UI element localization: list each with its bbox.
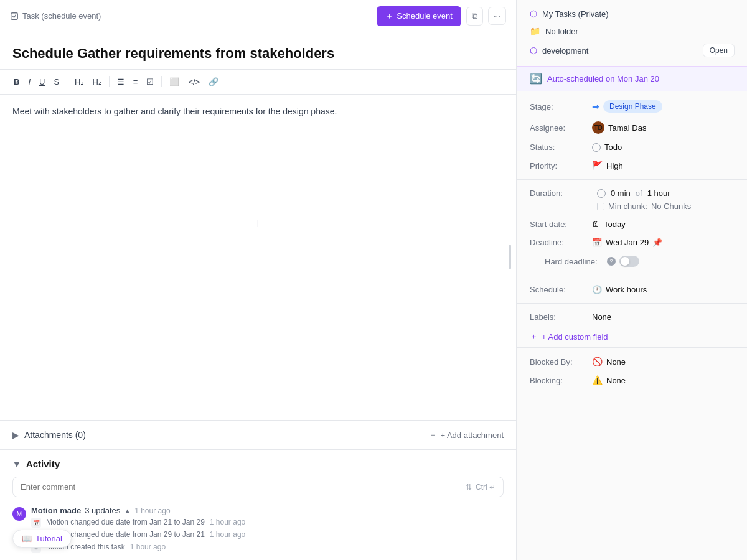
- plus-icon: ＋: [385, 11, 393, 22]
- bullet-list-button[interactable]: ☰: [113, 75, 128, 89]
- status-label: Status:: [530, 142, 592, 152]
- task-label-text: Task (schedule event): [22, 11, 101, 21]
- priority-row: Priority: 🚩 High: [517, 156, 747, 179]
- h2-button[interactable]: H₂: [88, 75, 105, 89]
- stage-badge[interactable]: Design Phase: [603, 100, 662, 113]
- open-button[interactable]: Open: [703, 44, 735, 57]
- comment-ctrl: Ctrl ↵: [476, 483, 496, 492]
- toolbar-separator-1: [67, 76, 67, 87]
- strikethrough-button[interactable]: S: [50, 75, 63, 89]
- blocked-icon: 🚫: [592, 357, 603, 366]
- add-attachment-button[interactable]: ＋ + Add attachment: [429, 429, 504, 441]
- calendar-icon: 📅: [31, 518, 41, 528]
- toolbar-separator-2: [109, 76, 110, 87]
- auto-icon: 🔄: [530, 73, 542, 85]
- schedule-text[interactable]: Work hours: [606, 285, 647, 294]
- assignee-label: Assignee:: [530, 123, 592, 133]
- hard-deadline-value: ?: [607, 256, 735, 267]
- pin-icon: 📌: [652, 238, 662, 247]
- book-icon: 📖: [22, 534, 32, 543]
- my-tasks-row[interactable]: ⬡ My Tasks (Private): [517, 0, 747, 22]
- schedule-event-button[interactable]: ＋ Schedule event: [377, 6, 461, 26]
- min-chunk-value[interactable]: No Chunks: [651, 202, 691, 211]
- link-button[interactable]: 🔗: [205, 75, 222, 89]
- title-area: Schedule Gather requirements from stakeh…: [0, 32, 516, 69]
- schedule-value: 🕐 Work hours: [592, 285, 735, 294]
- activity-header[interactable]: ▼ Activity: [12, 459, 504, 469]
- h1-button[interactable]: H₁: [71, 75, 87, 89]
- duration-of: of: [636, 189, 642, 198]
- status-value: Todo: [592, 142, 735, 152]
- add-custom-field-button[interactable]: ＋ + Add custom field: [517, 326, 747, 347]
- deadline-value: 📅 Wed Jan 29 📌: [592, 238, 735, 247]
- comment-box[interactable]: ⇅ Ctrl ↵: [12, 477, 504, 497]
- priority-value: 🚩 High: [592, 161, 735, 170]
- hard-deadline-toggle[interactable]: [619, 256, 639, 267]
- activity-log: M Motion made 3 updates ▲ 1 hour ago 📅 M…: [12, 506, 504, 560]
- duration-current[interactable]: 0 min: [611, 189, 631, 198]
- start-date-text[interactable]: Today: [604, 220, 626, 229]
- auto-scheduled-banner: 🔄 Auto-scheduled on Mon Jan 20: [517, 66, 747, 91]
- development-row[interactable]: ⬡ development Open: [517, 40, 747, 66]
- labels-text[interactable]: None: [592, 312, 611, 322]
- task-label: Task (schedule event): [10, 11, 101, 21]
- add-custom-label: + Add custom field: [542, 332, 608, 342]
- assignee-name[interactable]: Tamal Das: [608, 123, 646, 133]
- deadline-text[interactable]: Wed Jan 29: [606, 238, 649, 247]
- toolbar-separator-3: [161, 76, 162, 87]
- bold-button[interactable]: B: [10, 75, 23, 89]
- duration-total: 1 hour: [647, 189, 670, 198]
- dev-icon: ⬡: [530, 45, 537, 55]
- blocked-by-value: 🚫 None: [592, 357, 735, 366]
- tutorial-badge[interactable]: 📖 Tutorial: [12, 530, 72, 548]
- scroll-indicator[interactable]: [509, 245, 511, 269]
- more-button[interactable]: ···: [488, 7, 506, 25]
- priority-text[interactable]: High: [606, 161, 623, 170]
- start-date-value: 🗓 Today: [592, 220, 735, 229]
- numbered-list-button[interactable]: ≡: [129, 75, 142, 89]
- blocked-by-text[interactable]: None: [606, 357, 626, 366]
- attachments-left: ▶ Attachments (0): [12, 430, 86, 440]
- no-folder-row[interactable]: 📁 No folder: [517, 22, 747, 40]
- min-chunk-row: Min chunk: No Chunks: [597, 202, 735, 211]
- top-bar: Task (schedule event) ＋ Schedule event ⧉…: [0, 0, 516, 32]
- blocked-by-label: Blocked By:: [530, 357, 592, 366]
- schedule-row: Schedule: 🕐 Work hours: [517, 276, 747, 303]
- checklist-button[interactable]: ☑: [143, 75, 157, 89]
- blocking-text[interactable]: None: [606, 376, 626, 385]
- flag-icon: 🚩: [592, 161, 603, 170]
- task-title[interactable]: Schedule Gather requirements from stakeh…: [12, 45, 504, 63]
- sub-item-1: 📅 Motion changed due date from Jan 21 to…: [31, 518, 504, 528]
- stage-value: ➡ Design Phase: [592, 100, 735, 113]
- hard-deadline-row: Hard deadline: ?: [517, 251, 747, 276]
- attachments-section: ▶ Attachments (0) ＋ + Add attachment: [0, 420, 516, 449]
- blocked-by-row: Blocked By: 🚫 None: [517, 348, 747, 371]
- labels-row: Labels: None: [517, 304, 747, 326]
- activity-sub: 📅 Motion changed due date from Jan 21 to…: [31, 518, 504, 553]
- start-date-label: Start date:: [530, 220, 592, 229]
- activity-line: Motion made 3 updates ▲ 1 hour ago: [31, 506, 504, 515]
- content-area[interactable]: Meet with stakeholders to gather and cla…: [0, 95, 516, 420]
- labels-label: Labels:: [530, 312, 592, 322]
- expand-icon[interactable]: ▶: [12, 430, 19, 440]
- stage-arrow-icon: ➡: [592, 101, 599, 111]
- actor-name: Motion made: [31, 506, 81, 515]
- duration-main: Duration: 0 min of 1 hour: [530, 189, 735, 198]
- svg-rect-0: [11, 12, 18, 19]
- code-button[interactable]: </>: [184, 75, 204, 89]
- sub-time-2: 1 hour ago: [210, 530, 245, 539]
- stage-label: Stage:: [530, 102, 592, 111]
- cursor-indicator: |: [257, 218, 259, 227]
- expand-updates[interactable]: ▲: [124, 507, 131, 515]
- italic-button[interactable]: I: [24, 75, 34, 89]
- activity-time: 1 hour ago: [134, 506, 170, 515]
- calendar-icon: 🗓: [592, 220, 600, 229]
- image-button[interactable]: ⬜: [166, 75, 183, 89]
- plus-icon: ＋: [530, 331, 538, 342]
- activity-entry: M Motion made 3 updates ▲ 1 hour ago 📅 M…: [12, 506, 504, 555]
- min-chunk-label: Min chunk:: [608, 202, 647, 211]
- comment-input[interactable]: [21, 482, 466, 492]
- copy-button[interactable]: ⧉: [466, 7, 483, 26]
- status-text[interactable]: Todo: [604, 142, 622, 152]
- underline-button[interactable]: U: [35, 75, 49, 89]
